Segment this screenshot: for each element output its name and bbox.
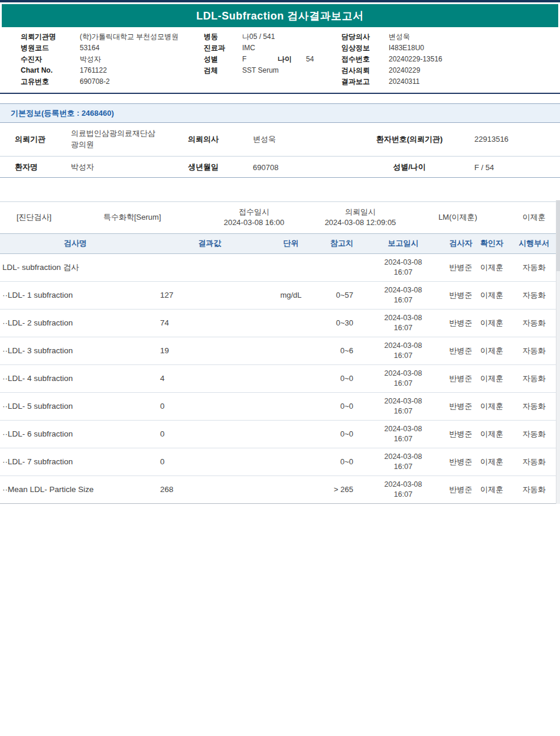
exam-category: [진단검사] bbox=[0, 202, 89, 233]
header-field-value: IMC bbox=[242, 44, 255, 52]
result-report-time: 16:07 bbox=[394, 268, 412, 278]
header-field-label: 검사의뢰 bbox=[341, 65, 389, 76]
header-field: 검사의뢰20240229 bbox=[341, 65, 442, 76]
header-field: 병원코드53164 bbox=[21, 43, 178, 54]
header-field-label: 고유번호 bbox=[21, 76, 80, 87]
result-confirmer: 이제훈 bbox=[476, 337, 508, 364]
result-report-datetime: 2024-03-08 16:07 bbox=[360, 337, 446, 364]
header-field-value: 53164 bbox=[80, 44, 99, 52]
result-report-time: 16:07 bbox=[394, 379, 412, 389]
result-report-date: 2024-03-08 bbox=[385, 396, 422, 406]
header-field: 고유번호690708-2 bbox=[21, 76, 178, 87]
result-report-time: 16:07 bbox=[394, 323, 412, 333]
result-reference-range: 0~0 bbox=[313, 365, 360, 392]
result-unit bbox=[269, 254, 313, 281]
sex-age-label: 성별/나이 bbox=[350, 157, 468, 178]
patient-header: 의뢰기관명(학)가톨릭대학교 부천성모병원 병원코드53164 수진자박성자 C… bbox=[0, 30, 560, 92]
exam-section-row: [진단검사] 특수화학[Serum] 접수일시 2024-03-08 16:00… bbox=[0, 202, 560, 233]
result-row: ··LDL- 5 subfraction 0 0~0 2024-03-08 16… bbox=[0, 393, 560, 421]
header-field-value: 1761122 bbox=[80, 66, 107, 74]
result-test-name: LDL- subfraction 검사 bbox=[0, 254, 151, 281]
result-row: LDL- subfraction 검사 2024-03-08 16:07 반병준… bbox=[0, 254, 560, 282]
result-unit: mg/dL bbox=[269, 282, 313, 309]
result-report-date: 2024-03-08 bbox=[385, 480, 422, 490]
header-field-label: 병동 bbox=[204, 31, 242, 43]
lm-reader: LM(이제훈) bbox=[408, 202, 508, 233]
result-test-name: ··LDL- 4 subfraction bbox=[0, 365, 151, 392]
result-value: 127 bbox=[151, 282, 269, 309]
result-tester: 반병준 bbox=[446, 310, 476, 337]
header-field-value: 20240229-13516 bbox=[389, 55, 442, 63]
requesting-institution-label: 의뢰기관 bbox=[0, 123, 56, 156]
basic-info-row-1: 의뢰기관 의료법인삼광의료재단삼광의원 의뢰의사 변성욱 환자번호(의뢰기관) … bbox=[0, 123, 560, 157]
header-field-value: 20240229 bbox=[389, 66, 420, 74]
result-test-name: ··LDL- 5 subfraction bbox=[0, 393, 151, 420]
result-department: 자동화 bbox=[508, 282, 560, 309]
requesting-doctor-label: 의뢰의사 bbox=[174, 123, 238, 156]
result-report-time: 16:07 bbox=[394, 434, 412, 444]
result-unit bbox=[269, 476, 313, 503]
result-reference-range: 0~6 bbox=[313, 337, 360, 364]
vertical-scrollbar[interactable] bbox=[556, 200, 560, 504]
header-field: 수진자박성자 bbox=[21, 54, 178, 65]
result-department: 자동화 bbox=[508, 476, 560, 503]
header-field-value: 변성욱 bbox=[389, 32, 410, 41]
column-header-test-name: 검사명 bbox=[0, 234, 151, 253]
header-field-value: (학)가톨릭대학교 부천성모병원 bbox=[80, 32, 178, 41]
header-field-value: 박성자 bbox=[80, 55, 101, 63]
header-field-label: 수진자 bbox=[21, 54, 80, 65]
result-row: ··LDL- 2 subfraction 74 0~30 2024-03-08 … bbox=[0, 310, 560, 337]
receipt-datetime-value: 2024-03-08 16:00 bbox=[224, 217, 285, 228]
header-field-label: 담당의사 bbox=[341, 31, 389, 43]
result-confirmer: 이제훈 bbox=[476, 254, 508, 281]
patient-number-value: 22913516 bbox=[468, 123, 560, 156]
result-report-date: 2024-03-08 bbox=[385, 452, 422, 462]
header-field: 접수번호20240229-13516 bbox=[341, 54, 442, 65]
result-test-name: ··Mean LDL- Particle Size bbox=[0, 476, 151, 503]
header-field-label: 병원코드 bbox=[21, 43, 80, 54]
header-field: 진료과IMC bbox=[204, 43, 314, 54]
result-reference-range: > 265 bbox=[313, 476, 360, 503]
request-datetime-cell: 의뢰일시 2024-03-08 12:09:05 bbox=[313, 202, 408, 233]
column-header-result: 결과값 bbox=[151, 234, 269, 253]
result-row: ··LDL- 7 subfraction 0 0~0 2024-03-08 16… bbox=[0, 448, 560, 476]
scrollbar-thumb[interactable] bbox=[556, 200, 560, 271]
result-report-time: 16:07 bbox=[394, 406, 412, 416]
result-value: 19 bbox=[151, 337, 269, 364]
result-report-datetime: 2024-03-08 16:07 bbox=[360, 448, 446, 476]
result-report-datetime: 2024-03-08 16:07 bbox=[360, 254, 446, 281]
header-field: 담당의사변성욱 bbox=[341, 31, 442, 43]
result-row: ··LDL- 6 subfraction 0 0~0 2024-03-08 16… bbox=[0, 421, 560, 448]
result-test-name: ··LDL- 3 subfraction bbox=[0, 337, 151, 364]
result-reference-range bbox=[313, 254, 360, 281]
results-table-body: LDL- subfraction 검사 2024-03-08 16:07 반병준… bbox=[0, 254, 560, 504]
result-confirmer: 이제훈 bbox=[476, 476, 508, 503]
basic-info-section-title: 기본정보(등록번호 : 2468460) bbox=[11, 108, 114, 119]
result-value: 268 bbox=[151, 476, 269, 503]
result-report-date: 2024-03-08 bbox=[385, 341, 422, 351]
result-unit bbox=[269, 421, 313, 448]
result-row: ··LDL- 4 subfraction 4 0~0 2024-03-08 16… bbox=[0, 365, 560, 393]
result-row: ··Mean LDL- Particle Size 268 > 265 2024… bbox=[0, 476, 560, 504]
result-tester: 반병준 bbox=[446, 448, 476, 476]
age-value: 54 bbox=[306, 55, 314, 63]
patient-name-label: 환자명 bbox=[0, 157, 56, 178]
result-value bbox=[151, 254, 269, 281]
basic-info-section-header: 기본정보(등록번호 : 2468460) bbox=[0, 103, 560, 123]
header-field-value: 나05 / 541 bbox=[242, 32, 275, 41]
header-field-label: 접수번호 bbox=[341, 54, 389, 65]
header-field-label: 결과보고 bbox=[341, 76, 389, 87]
result-report-date: 2024-03-08 bbox=[385, 369, 422, 379]
result-test-name: ··LDL- 1 subfraction bbox=[0, 282, 151, 309]
patient-header-col-doctor: 담당의사변성욱 임상정보I483E18U0 접수번호20240229-13516… bbox=[341, 31, 442, 87]
result-tester: 반병준 bbox=[446, 337, 476, 364]
report-title: LDL-Subfraction 검사결과보고서 bbox=[196, 9, 364, 23]
header-field-label: 임상정보 bbox=[341, 43, 389, 54]
header-field-label: 진료과 bbox=[204, 43, 242, 54]
result-unit bbox=[269, 448, 313, 476]
result-department: 자동화 bbox=[508, 254, 560, 281]
header-divider-line bbox=[0, 93, 560, 94]
result-tester: 반병준 bbox=[446, 365, 476, 392]
result-department: 자동화 bbox=[508, 365, 560, 392]
header-field: 병동나05 / 541 bbox=[204, 31, 314, 43]
